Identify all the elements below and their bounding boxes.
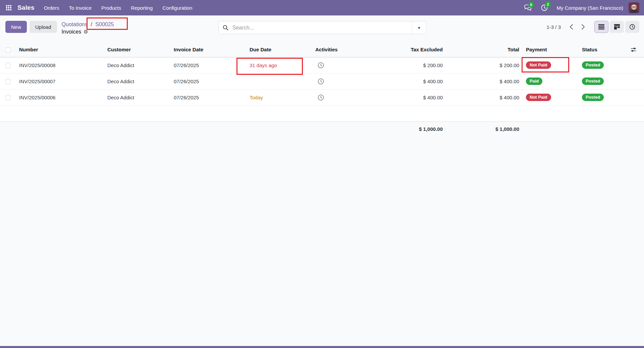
activities-count-badge: 2	[545, 1, 551, 7]
total-sum: $ 1,000.00	[446, 121, 523, 136]
activity-clock-icon[interactable]	[318, 62, 362, 68]
cell-activities[interactable]	[312, 89, 366, 105]
control-panel: New Upload Quotations / S00025 Invoices …	[0, 15, 644, 42]
cell-invoice-date[interactable]: 07/26/2025	[170, 73, 246, 89]
activity-clock-icon[interactable]	[318, 94, 362, 101]
cell-tax-excluded[interactable]: $ 400.00	[366, 73, 446, 89]
nav-menu-orders[interactable]: Orders	[44, 5, 59, 11]
cell-status[interactable]: Posted	[579, 73, 627, 89]
cell-number[interactable]: INV/2025/00007	[16, 73, 104, 89]
cell-due-date[interactable]: 31 days ago	[246, 57, 312, 73]
cell-due-date[interactable]: Today	[246, 89, 312, 105]
invoices-table: Number Customer Invoice Date Due Date Ac…	[0, 42, 644, 136]
column-header-tax-excluded[interactable]: Tax Excluded	[366, 42, 446, 57]
cell-status[interactable]: Posted	[579, 89, 627, 105]
tax-excluded-sum: $ 1,000.00	[366, 121, 446, 136]
row-checkbox[interactable]	[5, 63, 11, 68]
list-view-icon	[598, 24, 604, 30]
cell-total[interactable]: $ 400.00	[446, 73, 523, 89]
cell-invoice-date[interactable]: 07/26/2025	[170, 89, 246, 105]
nav-menu-products[interactable]: Products	[101, 5, 121, 11]
activities-button[interactable]: 2	[541, 4, 548, 11]
table-row: INV/2025/00007 Deco Addict 07/26/2025 $ …	[0, 73, 644, 89]
cell-payment[interactable]: Paid	[523, 73, 579, 89]
messages-button[interactable]: 6	[524, 4, 532, 11]
breadcrumb-separator: /	[91, 21, 92, 27]
top-navbar: Sales Orders To Invoice Products Reporti…	[0, 0, 644, 15]
cell-customer[interactable]: Deco Addict	[104, 89, 170, 105]
cell-status[interactable]: Posted	[579, 57, 627, 73]
cell-number[interactable]: INV/2025/00006	[16, 89, 104, 105]
gear-icon[interactable]: ⚙	[84, 29, 88, 34]
app-name[interactable]: Sales	[17, 4, 35, 11]
table-header-row: Number Customer Invoice Date Due Date Ac…	[0, 42, 644, 57]
search-bar: ▼	[218, 21, 426, 34]
posted-status-badge: Posted	[582, 94, 604, 101]
column-header-due-date[interactable]: Due Date	[246, 42, 312, 57]
activity-clock-icon[interactable]	[318, 78, 362, 85]
column-header-customer[interactable]: Customer	[104, 42, 170, 57]
cell-customer[interactable]: Deco Addict	[104, 57, 170, 73]
cell-activities[interactable]	[312, 57, 366, 73]
row-checkbox[interactable]	[5, 79, 11, 84]
kanban-view-button[interactable]	[610, 21, 624, 33]
column-header-activities[interactable]: Activities	[312, 42, 366, 57]
adjust-columns-icon[interactable]	[631, 47, 639, 52]
chevron-down-icon: ▼	[417, 26, 421, 30]
kanban-view-icon	[614, 24, 620, 30]
breadcrumb-quotations-link[interactable]: Quotations	[62, 21, 88, 27]
upload-button[interactable]: Upload	[30, 21, 57, 33]
posted-status-badge: Posted	[582, 61, 604, 69]
search-input[interactable]	[232, 24, 412, 31]
column-header-number[interactable]: Number	[16, 42, 104, 57]
payment-status-badge: Not Paid	[526, 61, 551, 69]
pager-range[interactable]: 1-3 / 3	[546, 24, 561, 30]
new-button[interactable]: New	[5, 21, 27, 33]
row-checkbox[interactable]	[5, 95, 11, 100]
posted-status-badge: Posted	[582, 78, 604, 85]
cell-total[interactable]: $ 400.00	[446, 89, 523, 105]
nav-menu-configuration[interactable]: Configuration	[162, 5, 192, 11]
company-switcher[interactable]: My Company (San Francisco)	[557, 5, 623, 11]
search-dropdown-toggle[interactable]: ▼	[412, 21, 426, 34]
cell-number[interactable]: INV/2025/00008	[16, 57, 104, 73]
payment-status-badge: Paid	[526, 78, 542, 85]
cell-due-date[interactable]	[246, 73, 312, 89]
view-switcher	[594, 21, 639, 33]
nav-menu-reporting[interactable]: Reporting	[131, 5, 153, 11]
search-icon	[223, 25, 228, 31]
activity-view-icon	[629, 24, 635, 30]
activity-view-button[interactable]	[625, 21, 639, 33]
table-row: INV/2025/00008 Deco Addict 07/26/2025 31…	[0, 57, 644, 73]
cell-payment[interactable]: Not Paid	[523, 89, 579, 105]
cell-tax-excluded[interactable]: $ 400.00	[366, 89, 446, 105]
column-header-invoice-date[interactable]: Invoice Date	[170, 42, 246, 57]
column-header-status[interactable]: Status	[579, 42, 627, 57]
cell-activities[interactable]	[312, 73, 366, 89]
column-header-payment[interactable]: Payment	[523, 42, 579, 57]
column-header-total[interactable]: Total	[446, 42, 523, 57]
list-view-button[interactable]	[594, 21, 608, 33]
cell-tax-excluded[interactable]: $ 200.00	[366, 57, 446, 73]
messages-count-badge: 6	[528, 2, 534, 8]
cell-payment[interactable]: Not Paid	[523, 57, 579, 73]
totals-row: $ 1,000.00 $ 1,000.00	[0, 121, 644, 136]
cell-total[interactable]: $ 200.00	[446, 57, 523, 73]
cell-invoice-date[interactable]: 07/26/2025	[170, 57, 246, 73]
pager-next-button[interactable]	[577, 24, 589, 30]
breadcrumb-s00025-link[interactable]: S00025	[95, 21, 114, 27]
bottom-accent-strip	[0, 346, 644, 348]
user-avatar[interactable]	[629, 2, 639, 13]
select-all-checkbox[interactable]	[5, 47, 11, 53]
cell-customer[interactable]: Deco Addict	[104, 73, 170, 89]
breadcrumb-current-page: Invoices	[62, 28, 82, 36]
table-row: INV/2025/00006 Deco Addict 07/26/2025 To…	[0, 89, 644, 105]
breadcrumb: Quotations / S00025 Invoices ⚙	[62, 21, 114, 35]
pager-previous-button[interactable]	[566, 24, 577, 30]
apps-menu-icon[interactable]	[6, 5, 12, 11]
payment-status-badge: Not Paid	[526, 94, 551, 101]
nav-menu-to-invoice[interactable]: To Invoice	[69, 5, 92, 11]
